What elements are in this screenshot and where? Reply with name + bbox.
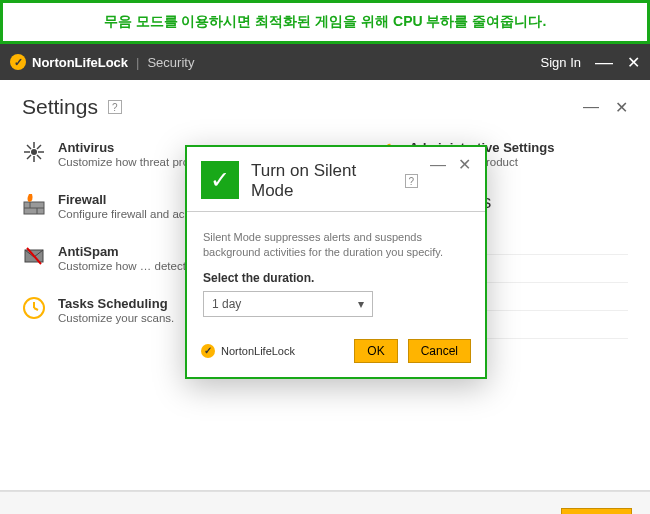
brand-text: NortonLifeLock (32, 55, 128, 70)
minimize-icon[interactable]: — (595, 52, 613, 73)
item-title: Tasks Scheduling (58, 296, 174, 311)
page-title: Settings (22, 95, 98, 119)
settings-subheader: Settings ? — ✕ (0, 80, 650, 134)
bottom-bar: ✓ NortonLifeLock Close (0, 491, 650, 514)
app-titlebar: ✓ NortonLifeLock | Security Sign In — ✕ (0, 44, 650, 80)
dialog-description: Silent Mode suppresses alerts and suspen… (203, 230, 469, 261)
brand-separator: | (136, 55, 139, 70)
dialog-title: Turn on Silent Mode (251, 161, 397, 201)
dialog-brand-text: NortonLifeLock (221, 345, 295, 357)
chevron-down-icon: ▾ (358, 297, 364, 311)
svg-line-18 (34, 308, 38, 310)
duration-label: Select the duration. (203, 271, 469, 285)
help-icon[interactable]: ? (108, 100, 122, 114)
close-button[interactable]: Close (561, 508, 632, 514)
titlebar-brand: ✓ NortonLifeLock | Security (10, 54, 194, 70)
settings-minimize-icon[interactable]: — (583, 98, 599, 117)
dialog-close-icon[interactable]: ✕ (458, 157, 471, 173)
close-icon[interactable]: ✕ (627, 53, 640, 72)
dialog-minimize-icon[interactable]: — (430, 157, 446, 173)
antispam-icon (22, 244, 46, 268)
norton-check-icon: ✓ (10, 54, 26, 70)
section-text: Security (147, 55, 194, 70)
clock-icon (22, 296, 46, 320)
item-desc: Customize your scans. (58, 311, 174, 326)
dialog-help-icon[interactable]: ? (405, 174, 418, 188)
antivirus-icon (22, 140, 46, 164)
duration-value: 1 day (212, 297, 241, 311)
norton-check-icon: ✓ (201, 344, 215, 358)
settings-close-icon[interactable]: ✕ (615, 98, 628, 117)
svg-line-8 (37, 145, 41, 149)
dialog-check-icon: ✓ (201, 161, 239, 199)
signin-link[interactable]: Sign In (541, 55, 581, 70)
annotation-text: 무음 모드를 이용하시면 최적화된 게임을 위해 CPU 부하를 줄여줍니다. (104, 13, 547, 31)
annotation-banner: 무음 모드를 이용하시면 최적화된 게임을 위해 CPU 부하를 줄여줍니다. (0, 0, 650, 44)
dialog-brand: ✓ NortonLifeLock (201, 344, 295, 358)
duration-select[interactable]: 1 day ▾ (203, 291, 373, 317)
svg-point-0 (31, 149, 37, 155)
svg-line-5 (27, 145, 31, 149)
cancel-button[interactable]: Cancel (408, 339, 471, 363)
svg-line-7 (27, 155, 31, 159)
svg-line-6 (37, 155, 41, 159)
ok-button[interactable]: OK (354, 339, 397, 363)
silent-mode-dialog: ✓ Turn on Silent Mode ? — ✕ Silent Mode … (185, 145, 487, 379)
firewall-icon (22, 192, 46, 216)
